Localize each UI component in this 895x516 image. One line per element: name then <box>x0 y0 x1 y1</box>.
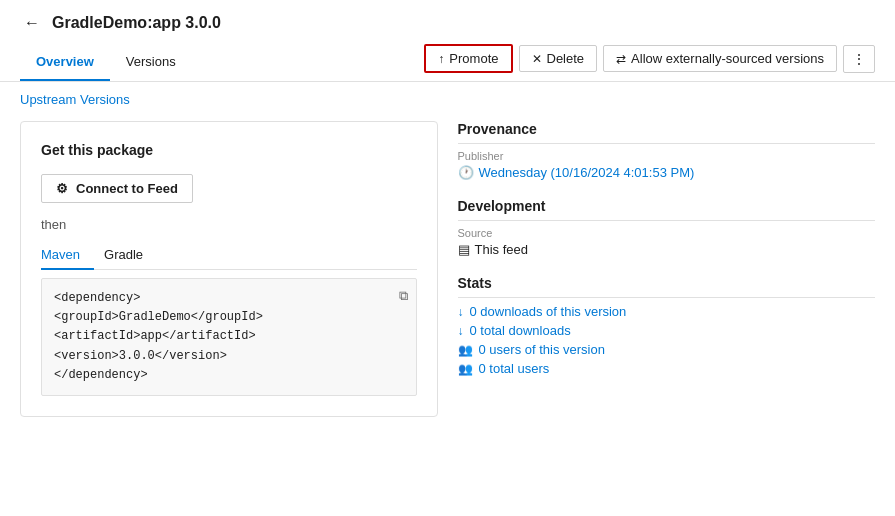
connect-to-feed-button[interactable]: ⚙ Connect to Feed <box>41 174 193 203</box>
back-button[interactable]: ← <box>20 12 44 34</box>
sub-tab-bar: Maven Gradle <box>41 242 417 270</box>
download-icon-0: ↓ <box>458 305 464 319</box>
tabs-toolbar: Overview Versions ↑ Promote ✕ Delete ⇄ A… <box>0 44 895 82</box>
publisher-value: 🕐 Wednesday (10/16/2024 4:01:53 PM) <box>458 165 876 180</box>
then-label: then <box>41 217 417 232</box>
sub-tab-maven[interactable]: Maven <box>41 242 94 270</box>
delete-button[interactable]: ✕ Delete <box>519 45 598 72</box>
header: ← GradleDemo:app 3.0.0 <box>0 0 895 34</box>
tab-versions[interactable]: Versions <box>110 46 192 81</box>
upstream-versions-link[interactable]: Upstream Versions <box>20 92 130 107</box>
allow-externally-sourced-button[interactable]: ⇄ Allow externally-sourced versions <box>603 45 837 72</box>
code-line-4: <version>3.0.0</version> <box>54 347 404 366</box>
users-icon-1: 👥 <box>458 362 473 376</box>
development-title: Development <box>458 198 876 221</box>
stats-item-0: ↓ 0 downloads of this version <box>458 304 876 319</box>
source-value: ▤ This feed <box>458 242 876 257</box>
stats-item-2: 👥 0 users of this version <box>458 342 876 357</box>
sub-tab-gradle[interactable]: Gradle <box>104 242 157 270</box>
more-icon: ⋮ <box>852 51 866 67</box>
tab-bar: Overview Versions <box>20 46 192 80</box>
code-line-1: <dependency> <box>54 289 404 308</box>
promote-icon: ↑ <box>438 52 444 66</box>
allow-icon: ⇄ <box>616 52 626 66</box>
toolbar-actions: ↑ Promote ✕ Delete ⇄ Allow externally-so… <box>424 44 875 81</box>
right-panel: Provenance Publisher 🕐 Wednesday (10/16/… <box>458 121 876 417</box>
card-title: Get this package <box>41 142 417 158</box>
stats-item-3: 👥 0 total users <box>458 361 876 376</box>
provenance-section: Provenance Publisher 🕐 Wednesday (10/16/… <box>458 121 876 180</box>
connect-icon: ⚙ <box>56 181 68 196</box>
clock-icon: 🕐 <box>458 165 474 180</box>
download-icon-1: ↓ <box>458 324 464 338</box>
page-title: GradleDemo:app 3.0.0 <box>52 14 221 32</box>
get-package-card: Get this package ⚙ Connect to Feed then … <box>20 121 438 417</box>
promote-button[interactable]: ↑ Promote <box>424 44 512 73</box>
development-section: Development Source ▤ This feed <box>458 198 876 257</box>
stats-title: Stats <box>458 275 876 298</box>
content-area: Upstream Versions Get this package ⚙ Con… <box>0 82 895 427</box>
provenance-title: Provenance <box>458 121 876 144</box>
code-line-5: </dependency> <box>54 366 404 385</box>
copy-icon[interactable]: ⧉ <box>399 287 408 308</box>
tab-overview[interactable]: Overview <box>20 46 110 81</box>
delete-icon: ✕ <box>532 52 542 66</box>
code-line-3: <artifactId>app</artifactId> <box>54 327 404 346</box>
users-icon-0: 👥 <box>458 343 473 357</box>
publisher-label: Publisher <box>458 150 876 162</box>
main-grid: Get this package ⚙ Connect to Feed then … <box>20 121 875 417</box>
stats-section: Stats ↓ 0 downloads of this version ↓ 0 … <box>458 275 876 376</box>
feed-icon: ▤ <box>458 242 470 257</box>
more-options-button[interactable]: ⋮ <box>843 45 875 73</box>
stats-item-1: ↓ 0 total downloads <box>458 323 876 338</box>
code-snippet: ⧉ <dependency> <groupId>GradleDemo</grou… <box>41 278 417 396</box>
code-line-2: <groupId>GradleDemo</groupId> <box>54 308 404 327</box>
source-label: Source <box>458 227 876 239</box>
